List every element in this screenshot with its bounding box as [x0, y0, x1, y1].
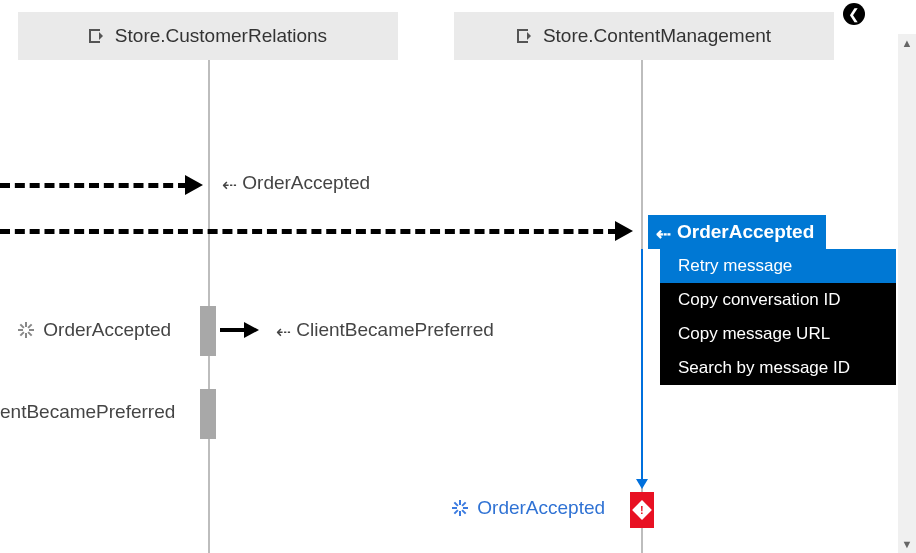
lane-header-customer-relations[interactable]: Store.CustomerRelations: [18, 12, 398, 60]
scroll-track[interactable]: [898, 52, 916, 535]
collapse-panel-button[interactable]: ❮: [843, 3, 865, 25]
message-label: OrderAccepted: [242, 172, 370, 193]
error-icon: [632, 500, 652, 520]
context-menu: Retry message Copy conversation ID Copy …: [660, 249, 896, 385]
ctx-search-by-message-id[interactable]: Search by message ID: [660, 351, 896, 385]
lane-title: Store.ContentManagement: [543, 25, 771, 47]
message-label: OrderAccepted: [677, 221, 814, 243]
message-arrow: [0, 183, 188, 188]
ctx-retry-message[interactable]: Retry message: [660, 249, 896, 283]
message-client-became-preferred[interactable]: ⇠ ClientBecamePreferred: [276, 319, 494, 341]
scroll-up-button[interactable]: ▲: [898, 34, 916, 52]
arrow-head-icon: [185, 175, 213, 195]
message-order-accepted-selected[interactable]: ⇠ OrderAccepted: [648, 215, 826, 249]
event-icon: ⇠: [276, 323, 291, 341]
ctx-copy-conversation-id[interactable]: Copy conversation ID: [660, 283, 896, 317]
event-icon: ⇠: [656, 225, 671, 243]
message-label: OrderAccepted: [477, 497, 605, 518]
sequence-diagram-canvas[interactable]: Store.CustomerRelations Store.ContentMan…: [0, 0, 870, 553]
handler-order-accepted-error[interactable]: OrderAccepted: [452, 497, 605, 519]
handler-order-accepted[interactable]: OrderAccepted: [18, 319, 171, 341]
arrow-head-icon: [244, 322, 267, 338]
ctx-copy-message-url[interactable]: Copy message URL: [660, 317, 896, 351]
arrow-head-icon: [615, 221, 643, 241]
activation-bar: [200, 389, 216, 439]
scroll-down-button[interactable]: ▼: [898, 535, 916, 553]
endpoint-icon: [89, 29, 107, 43]
lane-title: Store.CustomerRelations: [115, 25, 327, 47]
processing-spinner-icon: [452, 500, 468, 516]
lane-header-content-management[interactable]: Store.ContentManagement: [454, 12, 834, 60]
vertical-scrollbar[interactable]: ▲ ▼: [898, 34, 916, 553]
processing-arrow: [641, 249, 643, 479]
event-icon: ⇠: [222, 176, 237, 194]
message-arrow: [220, 328, 244, 332]
message-label: OrderAccepted: [43, 319, 171, 340]
handler-client-became-preferred-truncated[interactable]: entBecamePreferred: [0, 401, 175, 423]
error-marker[interactable]: [630, 492, 654, 528]
message-arrow: [0, 229, 618, 234]
message-order-accepted[interactable]: ⇠ OrderAccepted: [222, 172, 370, 194]
message-label: ClientBecamePreferred: [296, 319, 493, 340]
endpoint-icon: [517, 29, 535, 43]
processing-spinner-icon: [18, 322, 34, 338]
activation-bar: [200, 306, 216, 356]
